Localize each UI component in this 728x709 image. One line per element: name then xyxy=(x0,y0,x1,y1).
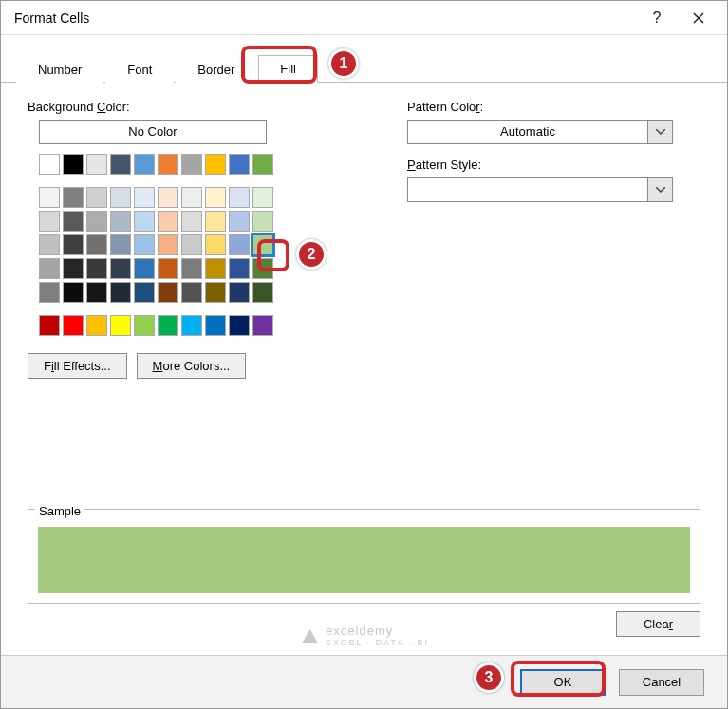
help-button[interactable]: ? xyxy=(636,5,678,31)
color-swatch[interactable] xyxy=(205,315,226,336)
annotation-badge-1: 1 xyxy=(328,48,359,79)
color-swatch[interactable] xyxy=(134,211,155,232)
color-swatch[interactable] xyxy=(63,154,84,175)
color-swatch[interactable] xyxy=(205,282,226,303)
right-column: Pattern Color: Automatic Pattern Style: xyxy=(407,100,700,379)
color-swatch[interactable] xyxy=(205,187,226,208)
dialog-footer: OK Cancel xyxy=(1,655,727,708)
color-swatch[interactable] xyxy=(252,315,273,336)
close-button[interactable] xyxy=(678,5,719,31)
color-swatch[interactable] xyxy=(110,234,131,255)
color-swatch[interactable] xyxy=(205,258,226,279)
color-swatch[interactable] xyxy=(205,154,226,175)
chevron-down-icon xyxy=(648,120,673,144)
pattern-style-dropdown[interactable] xyxy=(407,177,673,202)
color-swatch[interactable] xyxy=(205,211,226,232)
color-swatch[interactable] xyxy=(252,282,273,303)
color-swatch[interactable] xyxy=(63,315,84,336)
color-swatch[interactable] xyxy=(158,234,178,255)
color-swatch[interactable] xyxy=(86,154,107,175)
color-swatch[interactable] xyxy=(134,187,155,208)
color-swatch[interactable] xyxy=(39,234,60,255)
color-swatch[interactable] xyxy=(86,234,107,255)
color-swatch[interactable] xyxy=(86,282,107,303)
color-swatch[interactable] xyxy=(158,282,178,303)
color-swatch[interactable] xyxy=(205,234,226,255)
tab-fill[interactable]: Fill xyxy=(258,55,318,83)
sample-box xyxy=(28,509,700,604)
color-swatch[interactable] xyxy=(63,282,84,303)
color-swatch[interactable] xyxy=(158,154,178,175)
color-swatch[interactable] xyxy=(134,154,155,175)
color-swatch[interactable] xyxy=(181,282,202,303)
annotation-badge-2: 2 xyxy=(296,239,327,270)
more-colors-button[interactable]: More Colors... xyxy=(137,353,247,379)
color-swatch[interactable] xyxy=(39,187,60,208)
color-swatch[interactable] xyxy=(110,154,131,175)
color-swatch[interactable] xyxy=(63,234,84,255)
color-swatch[interactable] xyxy=(158,258,178,279)
color-swatch[interactable] xyxy=(39,154,60,175)
color-swatch[interactable] xyxy=(86,187,107,208)
chevron-down-icon xyxy=(648,177,673,202)
fill-effects-button[interactable]: Fill Effects... xyxy=(28,353,127,379)
ok-button[interactable]: OK xyxy=(520,669,606,696)
color-swatch[interactable] xyxy=(110,258,131,279)
color-swatch[interactable] xyxy=(229,234,250,255)
color-swatch[interactable] xyxy=(252,211,273,232)
sample-fill xyxy=(38,527,690,593)
color-swatch[interactable] xyxy=(252,234,273,255)
color-swatch[interactable] xyxy=(134,258,155,279)
color-swatch[interactable] xyxy=(181,315,202,336)
color-swatch[interactable] xyxy=(110,211,131,232)
color-swatch[interactable] xyxy=(110,282,131,303)
no-color-button[interactable]: No Color xyxy=(39,120,267,144)
color-swatch[interactable] xyxy=(63,258,84,279)
cancel-button[interactable]: Cancel xyxy=(619,669,704,696)
color-swatch[interactable] xyxy=(158,187,178,208)
color-swatch[interactable] xyxy=(229,187,250,208)
tab-border[interactable]: Border xyxy=(176,56,256,83)
color-swatch[interactable] xyxy=(229,154,250,175)
bg-color-label: Background Color: xyxy=(28,100,369,114)
color-swatch[interactable] xyxy=(181,258,202,279)
pattern-color-dropdown[interactable]: Automatic xyxy=(407,120,673,144)
color-swatch[interactable] xyxy=(110,315,131,336)
color-swatch[interactable] xyxy=(39,258,60,279)
color-swatch[interactable] xyxy=(39,211,60,232)
color-swatch[interactable] xyxy=(181,234,202,255)
color-swatch[interactable] xyxy=(134,234,155,255)
clear-button[interactable]: Clear xyxy=(616,611,700,637)
color-swatch[interactable] xyxy=(229,282,250,303)
sample-label: Sample xyxy=(35,504,84,518)
color-swatch[interactable] xyxy=(252,258,273,279)
color-swatch[interactable] xyxy=(110,187,131,208)
annotation-badge-3: 3 xyxy=(474,662,504,693)
color-swatch[interactable] xyxy=(252,187,273,208)
color-swatch[interactable] xyxy=(86,258,107,279)
color-swatch[interactable] xyxy=(86,315,107,336)
tab-number[interactable]: Number xyxy=(16,56,103,83)
color-swatch[interactable] xyxy=(181,187,202,208)
pattern-color-value: Automatic xyxy=(407,120,648,144)
color-swatch[interactable] xyxy=(158,315,178,336)
color-swatch[interactable] xyxy=(158,211,178,232)
dialog-title: Format Cells xyxy=(14,10,636,26)
color-swatch[interactable] xyxy=(134,315,155,336)
color-swatch[interactable] xyxy=(252,154,273,175)
tab-font[interactable]: Font xyxy=(105,56,174,83)
color-swatch[interactable] xyxy=(229,315,250,336)
watermark-subtext: EXCEL · DATA · BI xyxy=(326,638,429,647)
color-swatch[interactable] xyxy=(181,154,202,175)
color-swatch[interactable] xyxy=(229,211,250,232)
color-swatch[interactable] xyxy=(39,282,60,303)
color-swatch[interactable] xyxy=(63,211,84,232)
color-swatch[interactable] xyxy=(39,315,60,336)
color-swatch[interactable] xyxy=(86,211,107,232)
format-cells-dialog: Format Cells ? Number Font Border Fill 1… xyxy=(0,0,728,709)
pattern-color-label: Pattern Color: xyxy=(407,100,700,114)
color-swatch[interactable] xyxy=(181,211,202,232)
color-swatch[interactable] xyxy=(134,282,155,303)
color-swatch[interactable] xyxy=(63,187,84,208)
color-swatch[interactable] xyxy=(229,258,250,279)
